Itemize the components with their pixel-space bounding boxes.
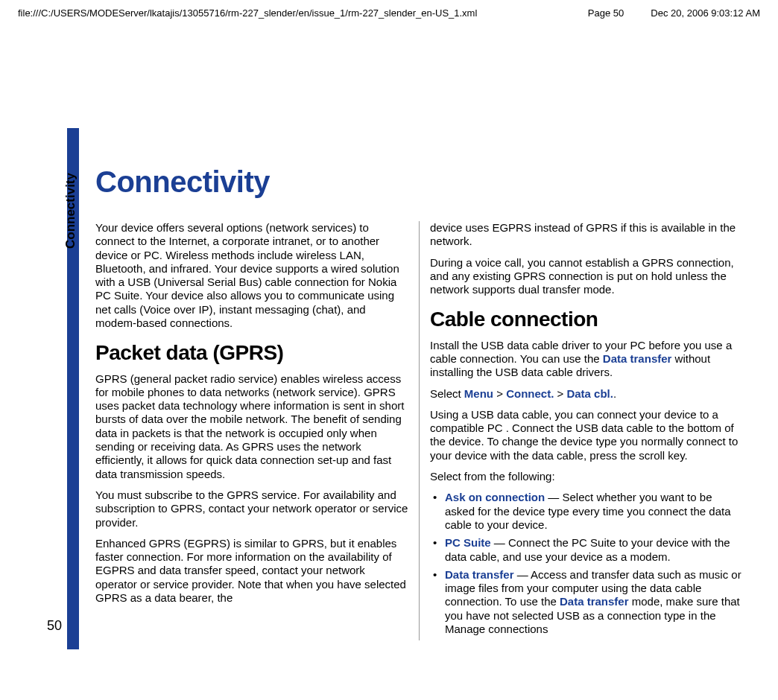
heading-cable-connection: Cable connection — [430, 307, 744, 332]
egprs-p1: device uses EGPRS instead of GPRS if thi… — [430, 221, 744, 249]
cable-p2: Using a USB data cable, you can connect … — [430, 408, 744, 462]
gprs-p2: You must subscribe to the GPRS service. … — [95, 489, 408, 529]
content: Connectivity Your device offers several … — [95, 165, 744, 640]
cable-p1: Install the USB data cable driver to you… — [430, 339, 744, 380]
option-list: Ask on connection — Select whether you w… — [430, 491, 744, 636]
list-item: Ask on connection — Select whether you w… — [430, 491, 744, 532]
link-data-transfer-inline[interactable]: Data transfer — [560, 595, 629, 608]
print-header: file:///C:/USERS/MODEServer/lkatajis/130… — [0, 7, 778, 19]
cable-select-path: Select Menu > Connect. > Data cbl.. — [430, 387, 744, 401]
columns: Your device offers several options (netw… — [95, 221, 744, 640]
link-pc-suite[interactable]: PC Suite — [445, 536, 491, 549]
file-path: file:///C:/USERS/MODEServer/lkatajis/130… — [18, 7, 477, 19]
datetime: Dec 20, 2006 9:03:12 AM — [651, 7, 760, 19]
link-data-cbl[interactable]: Data cbl. — [566, 387, 613, 400]
egprs-p2: During a voice call, you cannot establis… — [430, 256, 744, 297]
heading-packet-data: Packet data (GPRS) — [95, 340, 408, 366]
gprs-p3: Enhanced GPRS (EGPRS) is similar to GPRS… — [95, 537, 408, 605]
column-right: device uses EGPRS instead of GPRS if thi… — [420, 221, 744, 640]
column-left: Your device offers several options (netw… — [95, 221, 420, 640]
link-data-transfer-option[interactable]: Data transfer — [445, 568, 514, 581]
page-label: Page 50 — [588, 7, 624, 19]
gprs-p1: GPRS (general packet radio service) enab… — [95, 372, 408, 481]
side-tab: Connectivity — [63, 97, 78, 173]
header-right: Page 50 Dec 20, 2006 9:03:12 AM — [588, 7, 760, 19]
cable-p3: Select from the following: — [430, 470, 744, 483]
link-menu[interactable]: Menu — [464, 387, 493, 400]
page: file:///C:/USERS/MODEServer/lkatajis/130… — [0, 0, 778, 700]
link-data-transfer[interactable]: Data transfer — [603, 352, 672, 365]
link-connect[interactable]: Connect. — [506, 387, 554, 400]
intro-paragraph: Your device offers several options (netw… — [95, 221, 408, 330]
list-item: PC Suite — Connect the PC Suite to your … — [430, 536, 744, 564]
page-title: Connectivity — [95, 165, 744, 199]
page-number: 50 — [47, 618, 62, 634]
list-item: Data transfer — Access and transfer data… — [430, 568, 744, 636]
link-ask-on-connection[interactable]: Ask on connection — [445, 491, 545, 503]
